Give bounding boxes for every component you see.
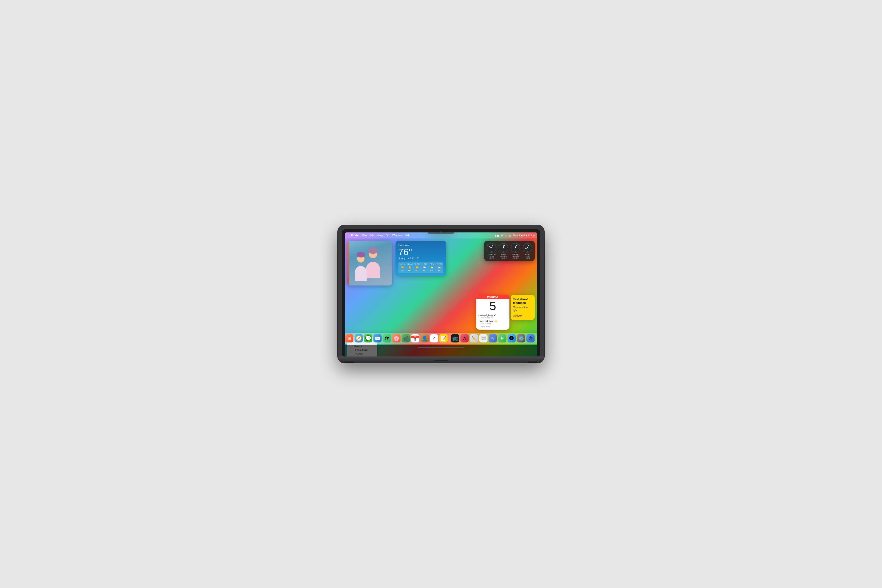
- menubar-window[interactable]: Window: [392, 234, 402, 237]
- dock-divider-2: [536, 336, 537, 342]
- dock-screentime[interactable]: ⏱: [526, 334, 535, 342]
- menubar-datetime: Mon Jun 5 9:41 AM: [513, 234, 535, 237]
- dock-keynote[interactable]: K: [489, 334, 497, 342]
- menubar-go[interactable]: Go: [386, 234, 389, 237]
- svg-point-31: [527, 248, 528, 248]
- calendar-event-2: Meet with talent 🌟 12:30–1:00pm: [478, 320, 508, 324]
- dock-launchpad[interactable]: ⊞: [345, 334, 354, 342]
- notes-title: Test shoot feedback: [513, 297, 532, 304]
- calendar-event-1: Set up lighting 🎤 12:00–12:30PM: [478, 314, 508, 319]
- notes-body: More ambient light: [513, 306, 532, 312]
- dock-appstore[interactable]: 🅐: [508, 334, 516, 342]
- dock-freeform[interactable]: ✏️: [470, 334, 478, 342]
- dock-contacts[interactable]: 👤: [420, 334, 429, 342]
- screen-bottom-bar: [345, 345, 537, 357]
- dock-music[interactable]: ♫: [460, 334, 469, 342]
- dock-sysprefs[interactable]: ⚙️: [517, 334, 525, 342]
- forecast-1pm: 1 PM 🌤 81°: [422, 263, 428, 272]
- forecast-11am: 11 AM ☀️ 80°: [406, 263, 412, 272]
- svg-point-15: [503, 248, 504, 248]
- laptop-base: [338, 357, 544, 363]
- menubar-file[interactable]: File: [362, 234, 367, 237]
- dock-notes[interactable]: 📝: [440, 334, 448, 342]
- forecast-2pm: 2 PM ⛅ 85°: [429, 263, 435, 272]
- clock-paris: Paris Today +9HRS: [522, 243, 532, 259]
- svg-point-23: [515, 248, 516, 248]
- menubar-edit[interactable]: Edit: [370, 234, 374, 237]
- calendar-widget[interactable]: MONDAY 5 Set up lighting 🎤 12:00–12:30PM: [476, 295, 510, 330]
- calendar-date-number: 5: [476, 299, 510, 313]
- calendar-events: Set up lighting 🎤 12:00–12:30PM Meet wit…: [476, 313, 510, 330]
- clock-cupertino: Cupertino Today +0HRS: [486, 243, 496, 259]
- dock-divider: [449, 336, 450, 342]
- dock-mail[interactable]: ✉️: [374, 334, 382, 342]
- dock-safari[interactable]: 🧭: [355, 334, 363, 342]
- menubar-left:  Finder File Edit View Go Window Help: [347, 234, 411, 237]
- desktop: Sonoma 76° Sunny H:88° L:57° 10 AM ☀️ 77…: [345, 238, 537, 345]
- menubar-app-name[interactable]: Finder: [351, 234, 360, 237]
- dock-reminders[interactable]: ✓: [430, 334, 438, 342]
- clock-sydney: Sydney Tomorrow +17HRS: [510, 243, 520, 259]
- laptop-feet: [338, 362, 544, 363]
- svg-point-7: [491, 248, 492, 248]
- foot-left: [345, 362, 354, 363]
- dock-messages[interactable]: 💬: [364, 334, 372, 342]
- dock-calendar[interactable]: JUN 5: [411, 334, 419, 342]
- calendar-more-events: 1 more event: [478, 326, 508, 328]
- dock-news[interactable]: 📰: [479, 334, 488, 342]
- dock-photos[interactable]: 🌸: [392, 334, 400, 342]
- dock-appletv[interactable]: 📺: [451, 334, 459, 342]
- weather-city: Sonoma: [398, 243, 443, 247]
- dock-maps[interactable]: 🗺: [383, 334, 391, 342]
- weather-temp: 76°: [398, 247, 443, 257]
- laptop-hinge: [434, 360, 448, 361]
- desktop-screen:  Finder File Edit View Go Window Help ▮…: [345, 232, 537, 357]
- menubar-right: ▮▮▮ ⊙ ⌕ ◎ Mon Jun 5 9:41 AM: [495, 234, 535, 237]
- siri-icon[interactable]: ◎: [509, 234, 511, 237]
- apple-menu-icon[interactable]: : [347, 234, 348, 237]
- calendar-day-label: MONDAY: [476, 295, 510, 299]
- facetime-widget[interactable]: [347, 241, 392, 285]
- dock-facetime[interactable]: 📹: [402, 334, 410, 342]
- menubar-view[interactable]: View: [377, 234, 383, 237]
- battery-icon: ▮▮▮: [495, 234, 500, 237]
- screen-bezel:  Finder File Edit View Go Window Help ▮…: [342, 229, 540, 357]
- notes-widget[interactable]: Test shoot feedback More ambient light 8…: [511, 295, 535, 320]
- weather-widget[interactable]: Sonoma 76° Sunny H:88° L:57° 10 AM ☀️ 77…: [396, 241, 446, 276]
- wifi-icon[interactable]: ⊙: [501, 234, 504, 237]
- foot-right: [528, 362, 537, 363]
- dock: ⊞ 🧭 💬 ✉️ 🗺 🌸: [345, 333, 537, 344]
- search-icon[interactable]: ⌕: [506, 234, 507, 237]
- forecast-12pm: 12 PM ☀️ 81°: [414, 263, 420, 272]
- world-clock-widget[interactable]: Cupertino Today +0HRS: [484, 241, 535, 261]
- notes-time: 8:30 AM: [513, 315, 532, 317]
- forecast-3pm: 3 PM ⛅ 88°: [436, 263, 442, 272]
- clock-tokyo: Tokyo Tomorrow +16HRS: [498, 243, 508, 259]
- dock-numbers[interactable]: N: [498, 334, 507, 342]
- facetime-photo: [347, 241, 392, 285]
- menubar:  Finder File Edit View Go Window Help ▮…: [345, 232, 537, 238]
- forecast-10am: 10 AM ☀️ 77°: [399, 263, 405, 272]
- macbook-pro:  Finder File Edit View Go Window Help ▮…: [338, 225, 544, 363]
- weather-desc: Sunny H:88° L:57°: [398, 257, 443, 260]
- touch-bar: [418, 347, 464, 348]
- weather-forecast: 10 AM ☀️ 77° 11 AM ☀️ 80° 12 PM ☀️ 8: [398, 262, 443, 273]
- menubar-help[interactable]: Help: [405, 234, 411, 237]
